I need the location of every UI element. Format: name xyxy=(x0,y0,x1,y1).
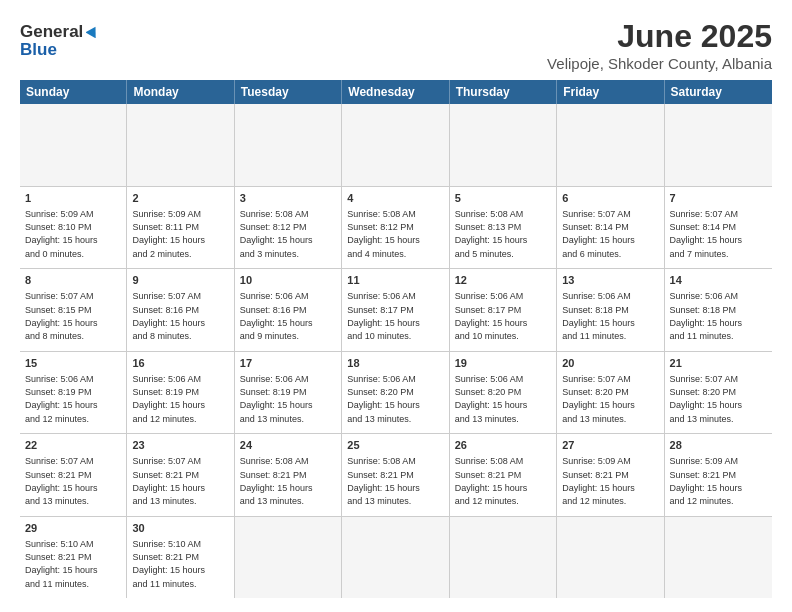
calendar-cell: 11Sunrise: 5:06 AM Sunset: 8:17 PM Dayli… xyxy=(342,269,449,351)
calendar-body: 1Sunrise: 5:09 AM Sunset: 8:10 PM Daylig… xyxy=(20,104,772,598)
day-number: 3 xyxy=(240,191,336,206)
day-info: Sunrise: 5:10 AM Sunset: 8:21 PM Dayligh… xyxy=(25,539,98,589)
calendar-cell: 16Sunrise: 5:06 AM Sunset: 8:19 PM Dayli… xyxy=(127,352,234,434)
day-info: Sunrise: 5:06 AM Sunset: 8:18 PM Dayligh… xyxy=(670,291,743,341)
calendar-cell: 1Sunrise: 5:09 AM Sunset: 8:10 PM Daylig… xyxy=(20,187,127,269)
day-info: Sunrise: 5:07 AM Sunset: 8:20 PM Dayligh… xyxy=(562,374,635,424)
day-number: 4 xyxy=(347,191,443,206)
calendar-cell: 9Sunrise: 5:07 AM Sunset: 8:16 PM Daylig… xyxy=(127,269,234,351)
day-info: Sunrise: 5:07 AM Sunset: 8:15 PM Dayligh… xyxy=(25,291,98,341)
calendar-cell: 4Sunrise: 5:08 AM Sunset: 8:12 PM Daylig… xyxy=(342,187,449,269)
calendar-cell: 3Sunrise: 5:08 AM Sunset: 8:12 PM Daylig… xyxy=(235,187,342,269)
calendar-week-5: 29Sunrise: 5:10 AM Sunset: 8:21 PM Dayli… xyxy=(20,517,772,599)
day-number: 9 xyxy=(132,273,228,288)
day-number: 21 xyxy=(670,356,767,371)
calendar-cell: 20Sunrise: 5:07 AM Sunset: 8:20 PM Dayli… xyxy=(557,352,664,434)
day-info: Sunrise: 5:06 AM Sunset: 8:20 PM Dayligh… xyxy=(347,374,420,424)
day-number: 27 xyxy=(562,438,658,453)
calendar-cell: 6Sunrise: 5:07 AM Sunset: 8:14 PM Daylig… xyxy=(557,187,664,269)
day-info: Sunrise: 5:07 AM Sunset: 8:16 PM Dayligh… xyxy=(132,291,205,341)
day-info: Sunrise: 5:08 AM Sunset: 8:21 PM Dayligh… xyxy=(240,456,313,506)
calendar-subtitle: Velipoje, Shkoder County, Albania xyxy=(547,55,772,72)
calendar-cell: 21Sunrise: 5:07 AM Sunset: 8:20 PM Dayli… xyxy=(665,352,772,434)
calendar-cell xyxy=(235,517,342,599)
calendar-cell: 14Sunrise: 5:06 AM Sunset: 8:18 PM Dayli… xyxy=(665,269,772,351)
day-info: Sunrise: 5:06 AM Sunset: 8:19 PM Dayligh… xyxy=(240,374,313,424)
logo-general: General xyxy=(20,22,83,42)
calendar-header: SundayMondayTuesdayWednesdayThursdayFrid… xyxy=(20,80,772,104)
day-number: 24 xyxy=(240,438,336,453)
calendar-cell: 18Sunrise: 5:06 AM Sunset: 8:20 PM Dayli… xyxy=(342,352,449,434)
weekday-header-saturday: Saturday xyxy=(665,80,772,104)
calendar-cell: 8Sunrise: 5:07 AM Sunset: 8:15 PM Daylig… xyxy=(20,269,127,351)
day-info: Sunrise: 5:08 AM Sunset: 8:13 PM Dayligh… xyxy=(455,209,528,259)
calendar-cell: 30Sunrise: 5:10 AM Sunset: 8:21 PM Dayli… xyxy=(127,517,234,599)
calendar: SundayMondayTuesdayWednesdayThursdayFrid… xyxy=(20,80,772,598)
weekday-header-sunday: Sunday xyxy=(20,80,127,104)
calendar-week-2: 8Sunrise: 5:07 AM Sunset: 8:15 PM Daylig… xyxy=(20,269,772,352)
calendar-cell: 22Sunrise: 5:07 AM Sunset: 8:21 PM Dayli… xyxy=(20,434,127,516)
calendar-cell: 23Sunrise: 5:07 AM Sunset: 8:21 PM Dayli… xyxy=(127,434,234,516)
calendar-cell xyxy=(20,104,127,186)
calendar-title: June 2025 xyxy=(547,18,772,55)
weekday-header-tuesday: Tuesday xyxy=(235,80,342,104)
weekday-header-friday: Friday xyxy=(557,80,664,104)
day-info: Sunrise: 5:09 AM Sunset: 8:11 PM Dayligh… xyxy=(132,209,205,259)
day-number: 17 xyxy=(240,356,336,371)
day-info: Sunrise: 5:06 AM Sunset: 8:17 PM Dayligh… xyxy=(347,291,420,341)
day-info: Sunrise: 5:08 AM Sunset: 8:12 PM Dayligh… xyxy=(347,209,420,259)
day-number: 16 xyxy=(132,356,228,371)
day-info: Sunrise: 5:09 AM Sunset: 8:10 PM Dayligh… xyxy=(25,209,98,259)
calendar-cell: 19Sunrise: 5:06 AM Sunset: 8:20 PM Dayli… xyxy=(450,352,557,434)
day-number: 1 xyxy=(25,191,121,206)
calendar-cell xyxy=(557,104,664,186)
day-number: 2 xyxy=(132,191,228,206)
weekday-header-wednesday: Wednesday xyxy=(342,80,449,104)
calendar-week-1: 1Sunrise: 5:09 AM Sunset: 8:10 PM Daylig… xyxy=(20,187,772,270)
calendar-cell: 10Sunrise: 5:06 AM Sunset: 8:16 PM Dayli… xyxy=(235,269,342,351)
weekday-header-thursday: Thursday xyxy=(450,80,557,104)
calendar-week-0 xyxy=(20,104,772,187)
day-number: 7 xyxy=(670,191,767,206)
day-number: 23 xyxy=(132,438,228,453)
logo: General Blue xyxy=(20,22,100,60)
day-number: 5 xyxy=(455,191,551,206)
page: General Blue June 2025 Velipoje, Shkoder… xyxy=(0,0,792,612)
calendar-cell xyxy=(342,517,449,599)
calendar-cell: 12Sunrise: 5:06 AM Sunset: 8:17 PM Dayli… xyxy=(450,269,557,351)
day-number: 29 xyxy=(25,521,121,536)
day-number: 26 xyxy=(455,438,551,453)
day-number: 14 xyxy=(670,273,767,288)
day-info: Sunrise: 5:07 AM Sunset: 8:20 PM Dayligh… xyxy=(670,374,743,424)
calendar-cell: 29Sunrise: 5:10 AM Sunset: 8:21 PM Dayli… xyxy=(20,517,127,599)
calendar-cell xyxy=(235,104,342,186)
day-number: 22 xyxy=(25,438,121,453)
calendar-cell xyxy=(557,517,664,599)
calendar-week-3: 15Sunrise: 5:06 AM Sunset: 8:19 PM Dayli… xyxy=(20,352,772,435)
day-number: 11 xyxy=(347,273,443,288)
calendar-cell xyxy=(665,104,772,186)
day-number: 13 xyxy=(562,273,658,288)
day-info: Sunrise: 5:08 AM Sunset: 8:21 PM Dayligh… xyxy=(347,456,420,506)
day-number: 10 xyxy=(240,273,336,288)
calendar-cell: 17Sunrise: 5:06 AM Sunset: 8:19 PM Dayli… xyxy=(235,352,342,434)
day-info: Sunrise: 5:07 AM Sunset: 8:14 PM Dayligh… xyxy=(670,209,743,259)
day-number: 15 xyxy=(25,356,121,371)
weekday-header-monday: Monday xyxy=(127,80,234,104)
day-number: 6 xyxy=(562,191,658,206)
logo-arrow-icon xyxy=(86,24,100,42)
calendar-cell: 25Sunrise: 5:08 AM Sunset: 8:21 PM Dayli… xyxy=(342,434,449,516)
calendar-cell: 27Sunrise: 5:09 AM Sunset: 8:21 PM Dayli… xyxy=(557,434,664,516)
day-info: Sunrise: 5:07 AM Sunset: 8:21 PM Dayligh… xyxy=(132,456,205,506)
svg-marker-0 xyxy=(86,24,100,38)
day-info: Sunrise: 5:09 AM Sunset: 8:21 PM Dayligh… xyxy=(562,456,635,506)
calendar-cell xyxy=(127,104,234,186)
calendar-week-4: 22Sunrise: 5:07 AM Sunset: 8:21 PM Dayli… xyxy=(20,434,772,517)
day-number: 28 xyxy=(670,438,767,453)
day-info: Sunrise: 5:06 AM Sunset: 8:19 PM Dayligh… xyxy=(25,374,98,424)
day-info: Sunrise: 5:09 AM Sunset: 8:21 PM Dayligh… xyxy=(670,456,743,506)
calendar-cell: 7Sunrise: 5:07 AM Sunset: 8:14 PM Daylig… xyxy=(665,187,772,269)
day-info: Sunrise: 5:07 AM Sunset: 8:21 PM Dayligh… xyxy=(25,456,98,506)
calendar-cell xyxy=(342,104,449,186)
day-info: Sunrise: 5:06 AM Sunset: 8:20 PM Dayligh… xyxy=(455,374,528,424)
